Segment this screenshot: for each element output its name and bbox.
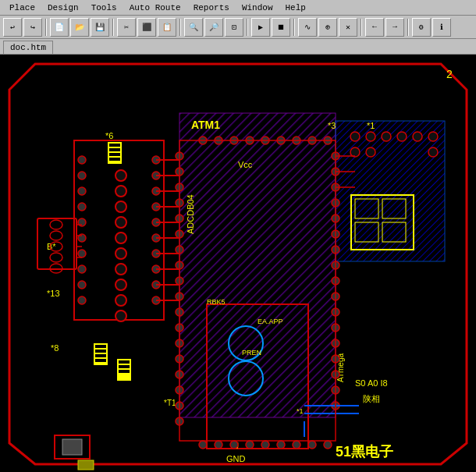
svg-point-83	[293, 441, 300, 449]
svg-rect-120	[78, 460, 94, 470]
svg-point-154	[115, 248, 126, 259]
svg-point-82	[277, 441, 285, 449]
svg-rect-110	[95, 345, 106, 348]
svg-text:ATM1: ATM1	[191, 119, 220, 131]
svg-text:EA.APP: EA.APP	[258, 318, 283, 325]
svg-rect-105	[109, 144, 120, 147]
toolbar-btn-zoom-out[interactable]: 🔎	[204, 18, 223, 37]
svg-text:*8: *8	[51, 343, 59, 353]
svg-point-34	[78, 203, 86, 211]
toolbar-sep-3	[179, 19, 181, 36]
svg-point-32	[78, 172, 86, 179]
svg-point-40	[78, 296, 86, 304]
svg-text:Vcc: Vcc	[238, 160, 253, 169]
svg-rect-116	[119, 365, 130, 368]
toolbar: ↩ ↪ 📄 📂 💾 ✂ ⬛ 📋 🔍 🔎 ⊡ ▶ ⏹ ∿ ⊕ ✕ ← → ⚙ ℹ	[0, 16, 476, 39]
svg-point-157	[115, 295, 126, 306]
toolbar-btn-settings[interactable]: ⚙	[412, 18, 431, 37]
svg-rect-106	[109, 148, 120, 151]
tab-doc[interactable]: doc.htm	[3, 41, 53, 54]
toolbar-btn-save[interactable]: 💾	[91, 18, 109, 37]
svg-point-77	[199, 441, 207, 449]
svg-text:RBK5: RBK5	[207, 298, 226, 306]
svg-text:*T1: *T1	[164, 399, 176, 407]
svg-point-162	[397, 132, 407, 141]
svg-rect-117	[119, 370, 130, 373]
svg-point-33	[78, 187, 86, 195]
svg-text:S0 A0 I8: S0 A0 I8	[355, 378, 388, 388]
toolbar-btn-zoom-fit[interactable]: ⊡	[225, 18, 243, 37]
svg-text:GND: GND	[226, 454, 246, 463]
svg-text:陕相: 陕相	[363, 394, 380, 403]
toolbar-btn-zoom-in[interactable]: 🔍	[184, 18, 203, 37]
svg-point-150	[115, 186, 126, 197]
toolbar-btn-run[interactable]: ▶	[251, 18, 270, 37]
pcb-canvas: 2 ATM1 Vcc *3 *1 *6 ADCDB04 B*	[0, 55, 476, 472]
menu-reports[interactable]: Reports	[187, 0, 236, 16]
svg-text:2: 2	[446, 68, 453, 80]
menu-autoroute[interactable]: Auto Route	[123, 0, 187, 16]
svg-point-158	[115, 311, 126, 321]
svg-point-167	[428, 147, 438, 157]
svg-rect-119	[62, 439, 82, 455]
toolbar-sep-7	[407, 19, 409, 36]
svg-point-80	[246, 441, 254, 449]
toolbar-btn-prev[interactable]: ←	[365, 18, 384, 37]
svg-text:*13: *13	[47, 289, 60, 298]
toolbar-sep-1	[45, 19, 47, 36]
svg-rect-112	[95, 354, 106, 357]
menu-design[interactable]: Design	[41, 0, 85, 16]
svg-text:*1: *1	[367, 121, 375, 130]
svg-text:ADCDB04: ADCDB04	[186, 194, 195, 234]
svg-point-81	[261, 441, 269, 449]
svg-rect-108	[109, 158, 120, 161]
toolbar-btn-new[interactable]: 📄	[50, 18, 69, 37]
svg-point-37	[78, 250, 86, 257]
toolbar-btn-next[interactable]: →	[385, 18, 404, 37]
toolbar-btn-redo[interactable]: ↪	[23, 18, 42, 37]
toolbar-btn-wire[interactable]: ∿	[298, 18, 317, 37]
svg-point-165	[350, 147, 360, 157]
svg-point-84	[308, 441, 316, 449]
menubar: Place Design Tools Auto Route Reports Wi…	[0, 0, 476, 16]
svg-point-166	[366, 147, 375, 157]
toolbar-sep-5	[293, 19, 295, 36]
menu-place[interactable]: Place	[3, 0, 41, 16]
toolbar-btn-component[interactable]: ⊕	[318, 18, 337, 37]
toolbar-sep-6	[361, 19, 362, 36]
svg-point-163	[413, 132, 422, 141]
toolbar-btn-paste[interactable]: 📋	[158, 18, 176, 37]
svg-point-39	[78, 281, 86, 289]
toolbar-btn-info[interactable]: ℹ	[432, 18, 451, 37]
svg-text:51黑电子: 51黑电子	[336, 444, 393, 460]
svg-point-164	[428, 132, 438, 141]
svg-point-78	[215, 441, 222, 449]
svg-text:*6: *6	[105, 131, 113, 140]
svg-point-160	[366, 132, 375, 141]
svg-rect-113	[95, 359, 106, 362]
toolbar-sep-2	[112, 19, 114, 36]
svg-text:PREN: PREN	[242, 349, 261, 357]
svg-point-153	[115, 232, 126, 243]
svg-text:*3: *3	[328, 121, 336, 130]
toolbar-btn-stop[interactable]: ⏹	[272, 18, 290, 37]
toolbar-sep-4	[247, 19, 248, 36]
toolbar-btn-open[interactable]: 📂	[70, 18, 89, 37]
svg-rect-107	[109, 153, 120, 156]
svg-rect-111	[95, 350, 106, 353]
menu-tools[interactable]: Tools	[85, 0, 123, 16]
tabbar: doc.htm	[0, 39, 476, 55]
toolbar-btn-cut[interactable]: ✂	[117, 18, 136, 37]
svg-rect-115	[119, 360, 130, 364]
toolbar-btn-delete[interactable]: ✕	[339, 18, 357, 37]
toolbar-btn-copy[interactable]: ⬛	[137, 18, 156, 37]
toolbar-btn-undo[interactable]: ↩	[3, 18, 22, 37]
menu-help[interactable]: Help	[279, 0, 311, 16]
svg-text:*1: *1	[297, 407, 304, 415]
svg-point-159	[350, 132, 360, 141]
svg-point-79	[230, 441, 238, 449]
pcb-svg: 2 ATM1 Vcc *3 *1 *6 ADCDB04 B*	[0, 55, 476, 472]
svg-point-151	[115, 201, 126, 212]
menu-window[interactable]: Window	[236, 0, 279, 16]
svg-point-161	[382, 132, 391, 141]
